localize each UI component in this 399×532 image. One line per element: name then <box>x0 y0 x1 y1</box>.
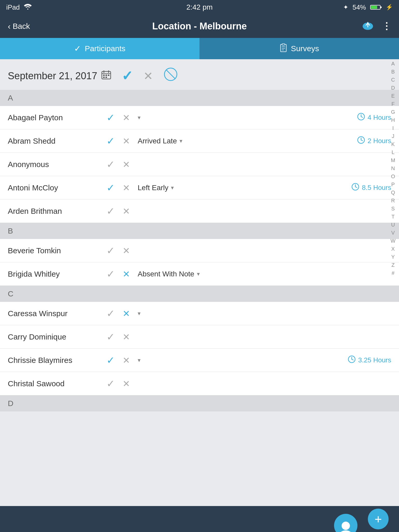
table-row: Anonymous ✓ ✕ <box>0 153 399 176</box>
tab-surveys[interactable]: Surveys <box>200 38 399 59</box>
dropdown-arrow-icon: ▾ <box>197 271 200 277</box>
back-button[interactable]: ‹ Back <box>8 22 30 31</box>
table-row: Carry Dominique ✓ ✕ <box>0 325 399 349</box>
index-w[interactable]: W <box>391 237 396 245</box>
participant-name: Caressa Winspur <box>8 309 107 318</box>
participant-name: Arden Brithman <box>8 207 107 216</box>
x-button[interactable]: ✕ <box>123 206 130 216</box>
svg-rect-17 <box>103 77 105 78</box>
table-row: Arden Brithman ✓ ✕ <box>0 200 399 223</box>
x-button[interactable]: ✕ <box>123 332 130 342</box>
check-button[interactable]: ✓ <box>107 135 115 147</box>
index-q[interactable]: Q <box>391 189 395 197</box>
index-d[interactable]: D <box>391 84 395 92</box>
more-vertical-icon[interactable]: ⋮ <box>382 21 391 32</box>
x-button[interactable]: ✕ <box>123 308 130 319</box>
check-button[interactable]: ✓ <box>107 245 115 256</box>
clock-icon <box>348 355 356 365</box>
hours-label: 3.25 Hours <box>358 356 391 364</box>
svg-rect-14 <box>103 75 105 76</box>
index-a[interactable]: A <box>391 60 395 68</box>
index-c[interactable]: C <box>391 76 395 84</box>
index-r[interactable]: R <box>391 197 395 205</box>
calendar-icon[interactable] <box>101 70 111 82</box>
add-participant-button[interactable]: + <box>368 509 389 529</box>
check-button[interactable]: ✓ <box>107 355 115 366</box>
status-dropdown[interactable]: ▾ <box>138 310 339 317</box>
participant-name: Brigida Whitley <box>8 270 107 278</box>
x-all-button[interactable]: ✕ <box>143 69 153 83</box>
main-content: A Abagael Payton ✓ ✕ ▾ 4 Hours Abram She… <box>0 90 399 440</box>
status-dropdown[interactable]: ▾ <box>138 357 339 364</box>
upload-cloud-icon[interactable] <box>362 19 374 33</box>
index-u[interactable]: U <box>391 221 395 229</box>
no-all-button[interactable] <box>163 67 178 85</box>
dropdown-arrow-icon: ▾ <box>179 138 182 144</box>
x-button[interactable]: ✕ <box>123 159 130 170</box>
table-row: Brigida Whitley ✓ ✕ Absent With Note ▾ <box>0 262 399 286</box>
x-button[interactable]: ✕ <box>123 112 130 123</box>
check-button[interactable]: ✓ <box>107 268 115 280</box>
status-dropdown[interactable]: Absent With Note ▾ <box>138 270 339 278</box>
x-button[interactable]: ✕ <box>123 183 130 193</box>
check-button[interactable]: ✓ <box>107 112 115 123</box>
check-button[interactable]: ✓ <box>107 308 115 319</box>
check-button[interactable]: ✓ <box>107 378 115 389</box>
index-t[interactable]: T <box>391 213 395 221</box>
index-o[interactable]: O <box>391 172 395 181</box>
x-button[interactable]: ✕ <box>123 378 130 389</box>
index-f[interactable]: F <box>391 100 395 108</box>
svg-point-34 <box>339 530 353 532</box>
section-header-c: C <box>0 286 399 302</box>
x-button[interactable]: ✕ <box>123 136 130 146</box>
check-all-button[interactable]: ✓ <box>122 68 133 84</box>
index-e[interactable]: E <box>391 92 395 100</box>
svg-line-20 <box>166 70 175 79</box>
clock-icon <box>351 183 359 192</box>
index-m[interactable]: M <box>391 156 395 164</box>
index-p[interactable]: P <box>391 181 395 189</box>
index-y[interactable]: Y <box>391 253 395 261</box>
check-button[interactable]: ✓ <box>107 159 115 170</box>
participant-name: Christal Sawood <box>8 379 107 388</box>
charging-icon: ⚡ <box>386 4 393 11</box>
table-row: Chrissie Blaymires ✓ ✕ ▾ 3.25 Hours <box>0 349 399 372</box>
check-button[interactable]: ✓ <box>107 182 115 194</box>
index-hash[interactable]: # <box>391 269 394 277</box>
participant-name: Beverie Tomkin <box>8 246 107 255</box>
status-bar: iPad 2:42 pm ✦ 54% ⚡ <box>0 0 399 15</box>
index-n[interactable]: N <box>391 164 395 172</box>
x-button[interactable]: ✕ <box>123 245 130 256</box>
check-button[interactable]: ✓ <box>107 331 115 343</box>
index-i[interactable]: I <box>392 124 394 132</box>
status-dropdown[interactable]: Left Early ▾ <box>138 184 339 192</box>
check-button[interactable]: ✓ <box>107 205 115 217</box>
section-header-b: B <box>0 223 399 239</box>
nav-bar: ‹ Back Location - Melbourne ⋮ <box>0 15 399 38</box>
status-text: Left Early <box>138 184 168 192</box>
index-j[interactable]: J <box>392 132 394 140</box>
status-dropdown[interactable]: ▾ <box>138 114 339 121</box>
index-v[interactable]: V <box>391 229 395 237</box>
status-text: Absent With Note <box>138 270 194 278</box>
participant-name: Abram Shedd <box>8 137 107 145</box>
tab-participants[interactable]: ✓ Participants <box>0 38 200 59</box>
x-button[interactable]: ✕ <box>123 355 130 365</box>
dropdown-arrow-icon: ▾ <box>138 114 141 121</box>
time-badge: 3.25 Hours <box>339 355 391 365</box>
index-x[interactable]: X <box>391 245 395 253</box>
table-row: Abram Shedd ✓ ✕ Arrived Late ▾ 2 Hours <box>0 129 399 153</box>
clock-icon <box>357 113 365 122</box>
index-bar: A B C D E F G H I J K L M N O P Q R S T … <box>387 60 399 277</box>
index-h[interactable]: H <box>391 116 395 124</box>
index-g[interactable]: G <box>391 108 395 116</box>
svg-rect-15 <box>105 75 107 76</box>
status-dropdown[interactable]: Arrived Late ▾ <box>138 137 339 145</box>
index-z[interactable]: Z <box>391 261 395 269</box>
index-l[interactable]: L <box>391 148 394 156</box>
index-s[interactable]: S <box>391 205 395 213</box>
svg-line-26 <box>361 140 363 141</box>
index-k[interactable]: K <box>391 140 395 148</box>
index-b[interactable]: B <box>391 68 395 76</box>
x-button[interactable]: ✕ <box>123 269 130 279</box>
